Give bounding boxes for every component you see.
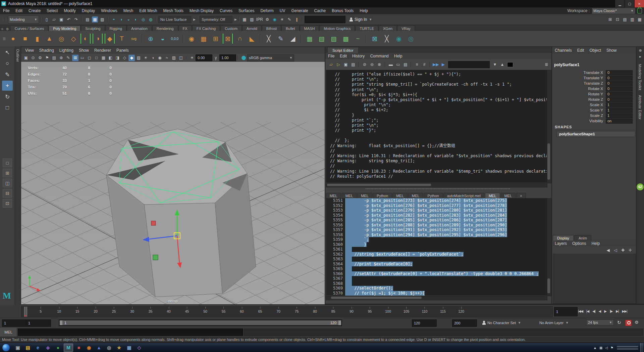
- show-desktop-button[interactable]: [640, 343, 643, 352]
- close-button[interactable]: ✕: [634, 0, 644, 7]
- shelf-extrude-icon[interactable]: ⊠: [223, 34, 233, 44]
- shelf-bevel-icon[interactable]: ◣: [247, 34, 257, 44]
- viewport-menu-show[interactable]: Show: [79, 48, 89, 53]
- quick-selection-input[interactable]: [305, 16, 345, 23]
- script-tab-8-mel[interactable]: MEL: [485, 193, 500, 198]
- code-line[interactable]: 5370 // for($j =1; $j< 100; $j++){: [326, 291, 547, 296]
- taskbar-app-3-icon[interactable]: ●: [54, 344, 62, 351]
- menu-mesh-tools[interactable]: Mesh Tools: [160, 8, 186, 13]
- code-line[interactable]: 5354 -p $vtx_position[282] $vtx_position…: [326, 213, 547, 218]
- code-line[interactable]: 5356 -p $vtx_position[288] $vtx_position…: [326, 223, 547, 228]
- paint-effects-icon[interactable]: ✎: [286, 16, 292, 23]
- code-line[interactable]: 5353 -p $vtx_position[279] $vtx_position…: [326, 208, 547, 213]
- tray-volume-icon[interactable]: ◁: [605, 346, 608, 350]
- xray-icon[interactable]: ◫: [178, 55, 184, 61]
- menu-mesh[interactable]: Mesh: [120, 8, 136, 13]
- code-line[interactable]: 5359 `;: [326, 237, 547, 242]
- script-editor-menu-command[interactable]: Command: [370, 54, 388, 58]
- toggle-attribute-editor-icon[interactable]: ▤: [622, 16, 628, 23]
- clear-all-icon[interactable]: ⊗: [376, 61, 382, 68]
- shelf-tab-bifrost[interactable]: Bifrost: [262, 26, 281, 31]
- code-line[interactable]: 5366 //setAttr ($extrudeFace[0] + ".loca…: [326, 271, 547, 276]
- viewport-menu-view[interactable]: View: [25, 48, 34, 53]
- go-to-start-button[interactable]: |◀◀: [576, 308, 585, 314]
- gamma-field[interactable]: 1.00: [219, 54, 236, 61]
- shelf-mash-distribute-icon[interactable]: ▧: [317, 34, 327, 44]
- new-scene-icon[interactable]: ▯: [44, 16, 50, 23]
- shelf-poke-icon[interactable]: ⊞: [211, 34, 221, 44]
- layout-two-pane-icon[interactable]: ⊟: [3, 189, 12, 197]
- quick-help-search-input[interactable]: [448, 61, 490, 68]
- channel-value-visibility[interactable]: on: [606, 119, 633, 124]
- shelf-tab-bullet[interactable]: Bullet: [281, 26, 300, 31]
- chevron-right-icon[interactable]: ▶: [193, 18, 196, 21]
- channel-value-translate-z[interactable]: 0: [606, 81, 633, 86]
- shelf-bridge-icon[interactable]: ∩: [235, 34, 245, 44]
- save-script-icon[interactable]: ▣: [343, 61, 349, 68]
- shelf-xgen-icon[interactable]: ◉: [394, 34, 404, 44]
- channel-row-rotate-x[interactable]: Rotate X0: [552, 86, 636, 91]
- character-set-dropdown[interactable]: No Character Set ▼: [482, 319, 521, 326]
- toggle-humanik-icon[interactable]: ⊡: [614, 16, 621, 23]
- layer-tab-anim[interactable]: Anim: [574, 235, 591, 240]
- shelf-booleans-tool-icon[interactable]: ⊠: [370, 34, 380, 44]
- camera-attributes-icon[interactable]: ⚙: [37, 55, 43, 61]
- menu-edit[interactable]: Edit: [12, 8, 25, 13]
- command-language-toggle[interactable]: MEL: [0, 328, 17, 337]
- echo-all-commands-icon[interactable]: ≡: [414, 61, 420, 68]
- safe-action-icon[interactable]: ◧: [107, 55, 114, 61]
- light-editor-icon[interactable]: ☀: [279, 16, 285, 23]
- script-tab-1-mel[interactable]: MEL: [342, 193, 357, 198]
- layer-tab-display[interactable]: Display: [553, 235, 574, 240]
- shelf-cylinder-icon[interactable]: ▮: [32, 34, 42, 44]
- viewport-camera-icon[interactable]: ▣: [23, 55, 29, 61]
- shelf-tab-curves-surfaces[interactable]: Curves / Surfaces: [10, 26, 48, 31]
- menu-uv[interactable]: UV: [277, 8, 288, 13]
- chevron-right-icon[interactable]: ▶: [234, 18, 237, 21]
- range-end-handle[interactable]: [338, 320, 341, 325]
- code-line[interactable]: 5355 -p $vtx_position[285] $vtx_position…: [326, 218, 547, 223]
- show-line-numbers-icon[interactable]: #: [421, 61, 427, 68]
- code-line[interactable]: 5358 -p $vtx_position[294] $vtx_position…: [326, 232, 547, 237]
- script-editor-menu-edit[interactable]: Edit: [340, 54, 347, 58]
- menu-display[interactable]: Display: [79, 8, 98, 13]
- clear-history-icon[interactable]: ⊘: [362, 61, 368, 68]
- multisample-icon[interactable]: ▨: [171, 55, 177, 61]
- channel-row-translate-y[interactable]: Translate Y0: [552, 75, 636, 81]
- open-script-icon[interactable]: ▱: [328, 61, 334, 68]
- script-tab-7-automatchscript-mel[interactable]: autoMatchScript.mel: [443, 193, 484, 198]
- code-line[interactable]: 5369 //selectOrder();: [326, 286, 547, 291]
- code-line[interactable]: 5368: [326, 281, 547, 286]
- shelf-tab-turtle[interactable]: TURTLE: [355, 26, 378, 31]
- taskbar-app-10-icon[interactable]: ◇: [135, 344, 144, 351]
- channel-box-menu-channels[interactable]: Channels: [555, 48, 572, 53]
- rotate-tool-icon[interactable]: ↻: [2, 92, 13, 102]
- shelf-mash-dynamics-icon[interactable]: ▨: [329, 34, 339, 44]
- shelf-interactive-groom-icon[interactable]: ◎: [406, 34, 416, 44]
- code-line[interactable]: 5363: [326, 257, 547, 262]
- show-both-panes-icon[interactable]: ▤: [402, 61, 409, 68]
- safe-title-icon[interactable]: ◨: [114, 55, 121, 61]
- channel-row-rotate-y[interactable]: Rotate Y0: [552, 91, 636, 97]
- menu-surfaces[interactable]: Surfaces: [235, 8, 257, 13]
- symmetry-field[interactable]: Symmetry: Off: [200, 16, 232, 23]
- hypershade-icon[interactable]: ◉: [272, 16, 278, 23]
- code-line[interactable]: 5352 -p $vtx_position[276] $vtx_position…: [326, 203, 547, 208]
- render-view-icon[interactable]: ▦: [241, 16, 248, 23]
- channel-box-menu-object[interactable]: Object: [589, 48, 601, 53]
- code-line[interactable]: 5361: [326, 247, 547, 252]
- layer-list[interactable]: [553, 254, 636, 304]
- film-gate-icon[interactable]: ▭: [79, 55, 86, 61]
- toggle-channel-box-icon[interactable]: ▦: [637, 16, 643, 23]
- shelf-tab-vray[interactable]: VRay: [397, 26, 415, 31]
- menu-bonus-tools[interactable]: Bonus Tools: [329, 8, 357, 13]
- taskbar-maya-icon[interactable]: M: [64, 344, 73, 352]
- shelf-tab-rendering[interactable]: Rendering: [152, 26, 178, 31]
- selected-node-name[interactable]: polySurface1: [554, 62, 579, 67]
- search-up-icon[interactable]: ▲: [499, 61, 505, 68]
- code-line[interactable]: 5365: [326, 266, 547, 271]
- layout-single-pane-icon[interactable]: □: [3, 159, 12, 167]
- channel-value-rotate-x[interactable]: 0: [606, 86, 633, 91]
- exposure-field[interactable]: 0.00: [196, 54, 212, 61]
- resolution-gate-icon[interactable]: ◻: [86, 55, 93, 61]
